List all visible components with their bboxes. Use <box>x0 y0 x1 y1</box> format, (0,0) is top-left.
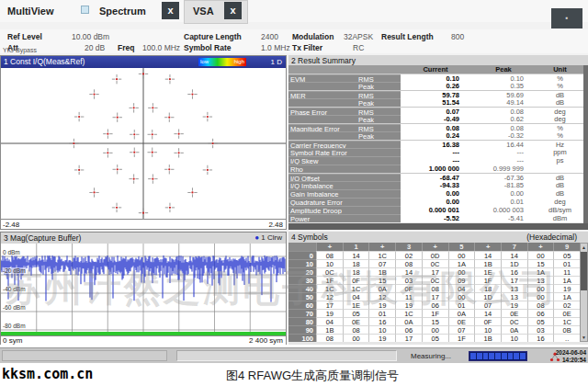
trace-color-dot-icon: ● <box>254 233 259 242</box>
multiview-grid-icon <box>81 6 89 14</box>
window4-titlebar[interactable]: 4 Symbols (Hexadecimal) <box>288 232 588 243</box>
status-left-panel <box>2 350 167 361</box>
progress-segment <box>477 353 482 359</box>
x-axis-max-label: 2.48 <box>268 221 283 229</box>
symbols-row-70: 701905011C1F0A140E060E <box>288 309 580 317</box>
close-spectrum-icon[interactable]: x <box>162 2 179 19</box>
y-tick-label: -80 dBm <box>3 323 26 329</box>
figure-caption: 图4 RFAWG生成高质量调制信号 <box>147 368 478 384</box>
x-axis-start-label: 0 sym <box>3 336 22 345</box>
result-row-phase-error: Phase ErrorRMS0.070.08deg <box>288 107 583 115</box>
trace-legend: ● 1 Clrw <box>254 233 282 242</box>
symbols-row-10: 10101807080C1A1B1D1501 <box>288 259 580 267</box>
window-result-summary: 2 Result Summary CurrentPeakUnitEVMRMS0.… <box>288 55 588 230</box>
more-menu-button[interactable]: ▪ <box>551 8 582 28</box>
density-colorbar: low high <box>198 58 246 66</box>
setting-symbol-rate[interactable]: Symbol Rate1.0 MHz <box>184 43 232 52</box>
y-tick-label: -60 dBm <box>3 304 26 311</box>
symbols-row-20: 200C181B1417001E161A11 <box>288 267 580 276</box>
channel-info-bar: Ref Level10.00 dBm Capture Length2400 Mo… <box>0 29 588 53</box>
window-constellation: 1 Const I/Q(Meas&Ref) low high 1 D -2.48… <box>0 55 287 230</box>
window-mag-capture: 3 Mag(Capture Buffer) ● 1 Clrw 0 sym 2 4… <box>0 232 287 345</box>
mag-capture-plot <box>1 244 286 335</box>
progress-segment <box>520 353 526 359</box>
yig-bypass-label: YIG Bypass <box>3 47 37 53</box>
page-footer: kksm.com.cn 图4 RFAWG生成高质量调制信号 <box>0 363 588 386</box>
result-row-power: Power-5.52-5.41dBm <box>288 214 583 222</box>
result-row-carrier-frequency-error: Carrier Frequency Error16.3816.44Hz <box>288 140 583 148</box>
vsa-application-window: MultiView Spectrum x VSA x ▪ Ref Level10… <box>0 0 588 386</box>
result-row-peak: Peak51.5449.14dB <box>288 98 583 107</box>
status-message-area <box>176 350 397 361</box>
datetime-display: 2024-06-04 14:20:54 <box>538 349 586 363</box>
progress-segment <box>470 353 476 359</box>
setting-value: 100.0 MHz <box>142 43 180 52</box>
symbols-row-80: 80040E160A150E0F0C051C <box>288 317 580 325</box>
x-axis-min-label: -2.48 <box>3 221 19 229</box>
setting-freq[interactable]: Freq100.0 MHz <box>118 43 134 52</box>
window4-title: 4 Symbols <box>291 233 328 242</box>
tab-multiview[interactable]: MultiView <box>7 0 79 22</box>
setting-label: Capture Length <box>184 32 242 41</box>
scroll-down-icon[interactable]: ▼ <box>581 334 587 341</box>
channel-tab-bar: MultiView Spectrum x VSA x ▪ <box>0 0 588 22</box>
setting-capture-length[interactable]: Capture Length2400 <box>184 32 242 41</box>
result-summary-table: CurrentPeakUnitEVMRMS0.100.10%Peak0.260.… <box>288 65 588 223</box>
trace-legend-label: 1 Clrw <box>261 233 282 242</box>
result-row-peak: Peak0.24-0.32% <box>288 131 583 140</box>
symbols-row-40: 401C1C0A0F080418130019 <box>288 284 580 292</box>
result-row-quadrature-error: Quadrature Error0.000.01deg <box>288 198 583 206</box>
window1-titlebar[interactable]: 1 Const I/Q(Meas&Ref) low high 1 D <box>1 56 286 68</box>
result-row-mer: MERRMS59.7859.69dB <box>288 90 583 98</box>
result-row-peak: Peak-0.490.62deg <box>288 115 583 123</box>
tab-multiview-label: MultiView <box>7 6 54 17</box>
setting-modulation[interactable]: Modulation32APSK <box>292 32 334 41</box>
measuring-status-label: Measuring... <box>411 352 451 360</box>
window1-title: 1 Const I/Q(Meas&Ref) <box>4 57 85 66</box>
tab-spectrum[interactable]: Spectrum <box>99 0 158 22</box>
symbols-row-0: 008141C020D0014140005 <box>288 251 580 259</box>
mag-x-axis: 0 sym 2 400 sym <box>1 335 286 345</box>
setting-value: 1.0 MHz <box>261 43 290 52</box>
result-row-symbol-rate-error: Symbol Rate Error------ppm <box>288 148 583 156</box>
setting-label: Symbol Rate <box>184 43 232 52</box>
trace-1d-label: 1 D <box>271 58 282 66</box>
setting-result-length[interactable]: Result Length800 <box>381 32 434 41</box>
tab-vsa-label: VSA <box>193 6 214 17</box>
result-row-i-q-imbalance: I/Q Imbalance-94.33-81.85dB <box>288 181 583 189</box>
window3-titlebar[interactable]: 3 Mag(Capture Buffer) ● 1 Clrw <box>1 233 286 244</box>
setting-tx-filter[interactable]: Tx FilterRC <box>292 43 322 52</box>
constellation-plot <box>1 68 286 219</box>
scrollbar-thumb[interactable] <box>581 252 587 290</box>
setting-value: 20 dB <box>85 43 105 52</box>
x-axis-end-label: 2 400 sym <box>249 336 283 345</box>
result-row-rho: Rho1.000 0000.999 999 <box>288 165 583 173</box>
date-label: 2024-06-04 <box>538 349 586 357</box>
mag-trace <box>1 255 285 302</box>
result-row-peak: Peak0.260.35% <box>288 82 583 90</box>
close-vsa-icon[interactable]: x <box>224 2 242 19</box>
result-row-amplitude-droop: Amplitude Droop0.000 0010.000 003dB/sym <box>288 206 583 214</box>
result-summary-bottom-bar <box>288 223 588 230</box>
symbols-scrollbar[interactable]: ▲ ▼ <box>580 243 588 342</box>
y-tick-label: 0 dBm <box>3 249 20 255</box>
window2-title: 2 Result Summary <box>291 56 356 65</box>
y-tick-label: -20 dBm <box>3 267 26 274</box>
progress-segment <box>502 353 507 359</box>
setting-value: 32APSK <box>344 32 373 41</box>
result-row-evm: EVMRMS0.100.10% <box>288 74 583 82</box>
setting-value: 10.00 dBm <box>72 32 109 41</box>
setting-ref-level[interactable]: Ref Level10.00 dBm <box>7 32 42 41</box>
colorbar-low-label: low <box>200 59 209 64</box>
symbols-row-100: 10008001917051F1B1016.. <box>288 334 580 342</box>
progress-segment <box>514 353 519 359</box>
site-watermark-label: kksm.com.cn <box>2 366 93 382</box>
setting-label: Ref Level <box>7 32 42 41</box>
setting-label: Result Length <box>381 32 434 41</box>
result-row-i-q-skew: I/Q Skew------ps <box>288 156 583 165</box>
scroll-up-icon[interactable]: ▲ <box>581 244 587 251</box>
progress-segment <box>483 353 489 359</box>
symbols-format-label: (Hexadecimal) <box>526 233 577 242</box>
symbols-header-row: +1+3+5+7+9 <box>288 243 580 251</box>
tab-spectrum-label: Spectrum <box>99 6 146 17</box>
